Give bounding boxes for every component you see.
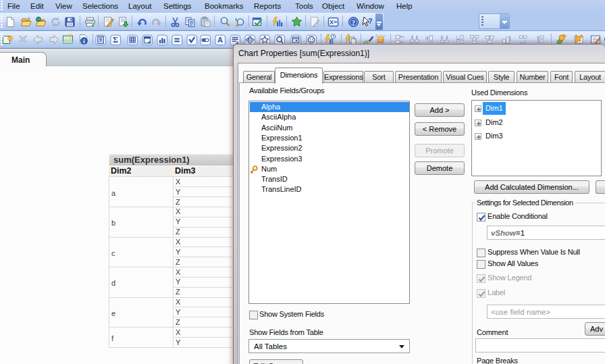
svg-text:?: ? bbox=[368, 17, 373, 25]
svg-text:X=: X= bbox=[330, 19, 337, 26]
svg-text:6: 6 bbox=[248, 38, 251, 43]
svg-text:?: ? bbox=[352, 19, 355, 26]
svg-text:A: A bbox=[217, 36, 222, 44]
svg-text:Σ: Σ bbox=[113, 35, 118, 45]
